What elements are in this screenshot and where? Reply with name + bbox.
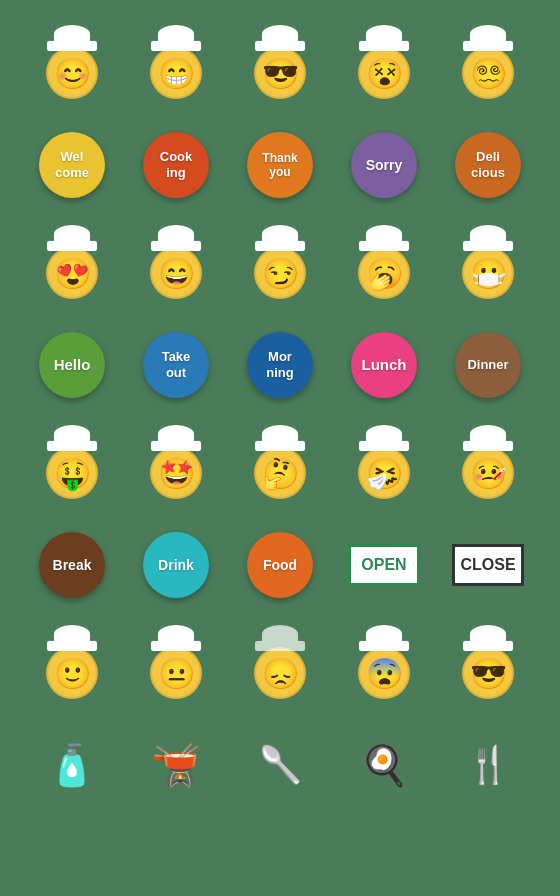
ladle[interactable]: 🥄 bbox=[230, 720, 330, 810]
frying-pan[interactable]: 🍳 bbox=[334, 720, 434, 810]
chef-thinking[interactable]: 🤔 bbox=[230, 420, 330, 510]
morning-badge[interactable]: Morning bbox=[230, 320, 330, 410]
chef-grin[interactable]: 😁 bbox=[126, 20, 226, 110]
break-badge[interactable]: Break bbox=[22, 520, 122, 610]
chef-dead[interactable]: 😵‍💫 bbox=[438, 20, 538, 110]
emoji-grid: 😊 😁 😎 😵 😵‍💫 Welcome Cooking bbox=[22, 20, 538, 810]
cooking-badge[interactable]: Cooking bbox=[126, 120, 226, 210]
chef-cool[interactable]: 😎 bbox=[438, 620, 538, 710]
chef-sad[interactable]: 😞 bbox=[230, 620, 330, 710]
welcome-badge[interactable]: Welcome bbox=[22, 120, 122, 210]
delicious-badge[interactable]: Delicious bbox=[438, 120, 538, 210]
chef-neutral[interactable]: 😐 bbox=[126, 620, 226, 710]
chef-yawn[interactable]: 🥱 bbox=[334, 220, 434, 310]
takeout-badge[interactable]: Takeout bbox=[126, 320, 226, 410]
sorry-badge[interactable]: Sorry bbox=[334, 120, 434, 210]
chef-slight-smile[interactable]: 🙂 bbox=[22, 620, 122, 710]
food-badge[interactable]: Food bbox=[230, 520, 330, 610]
close-sign[interactable]: CLOSE bbox=[438, 520, 538, 610]
soap-bottle[interactable]: 🧴 bbox=[22, 720, 122, 810]
hello-badge[interactable]: Hello bbox=[22, 320, 122, 410]
chef-wink[interactable]: 😎 bbox=[230, 20, 330, 110]
cooking-pot[interactable]: 🫕 bbox=[126, 720, 226, 810]
drink-badge[interactable]: Drink bbox=[126, 520, 226, 610]
lunch-badge[interactable]: Lunch bbox=[334, 320, 434, 410]
chef-big-smile[interactable]: 😄 bbox=[126, 220, 226, 310]
chef-sick[interactable]: 🤒 bbox=[438, 420, 538, 510]
chef-money[interactable]: 🤑 bbox=[22, 420, 122, 510]
chef-mask[interactable]: 😷 bbox=[438, 220, 538, 310]
chef-star-eyes[interactable]: 🤩 bbox=[126, 420, 226, 510]
dinner-badge[interactable]: Dinner bbox=[438, 320, 538, 410]
spatula[interactable]: 🍴 bbox=[438, 720, 538, 810]
chef-smirk[interactable]: 😏 bbox=[230, 220, 330, 310]
thankyou-badge[interactable]: Thankyou bbox=[230, 120, 330, 210]
chef-dizzy[interactable]: 😵 bbox=[334, 20, 434, 110]
chef-love[interactable]: 😍 bbox=[22, 220, 122, 310]
open-sign[interactable]: OPEN bbox=[334, 520, 434, 610]
chef-sneeze[interactable]: 🤧 bbox=[334, 420, 434, 510]
chef-fearful[interactable]: 😨 bbox=[334, 620, 434, 710]
chef-happy[interactable]: 😊 bbox=[22, 20, 122, 110]
